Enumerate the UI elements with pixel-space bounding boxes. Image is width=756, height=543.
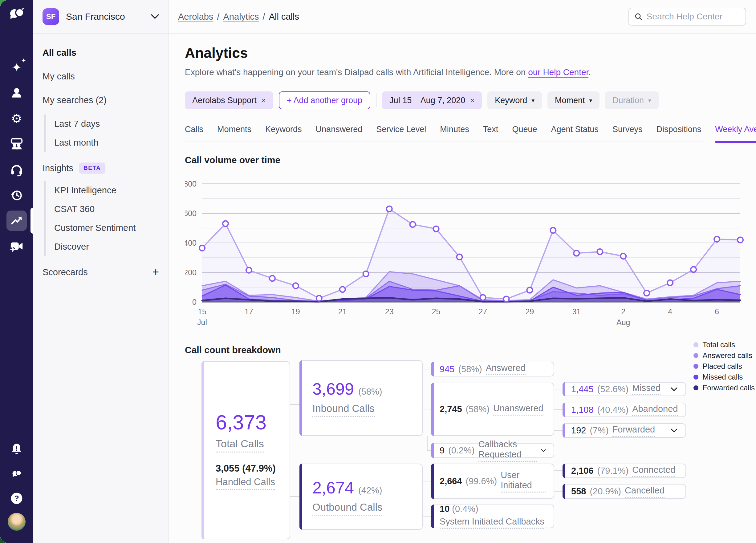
connected-chip[interactable]: 2,106 (79.1%) Connected (563, 464, 686, 478)
inbound-calls-card[interactable]: 3,699(58%) Inbound Calls (299, 360, 423, 436)
chevron-down-icon (151, 14, 159, 19)
card-accent (563, 382, 565, 396)
tab-queue[interactable]: Queue (512, 125, 537, 142)
sidebar-item-insights[interactable]: Insights BETA (43, 163, 159, 174)
sidebar-item-last-7-days[interactable]: Last 7 days (54, 115, 159, 133)
cancelled-chip[interactable]: 558 (20.9%) Cancelled (563, 484, 686, 499)
moment-filter-label: Moment (555, 96, 585, 105)
user-initiated-card[interactable]: 2,664 (99.6%) User Initiated (431, 464, 554, 499)
system-callbacks-label[interactable]: System Initiated Callbacks (440, 517, 544, 529)
callbacks-requested-chip[interactable]: 9 (0.2%) Callbacks Requested (431, 443, 554, 458)
help-icon[interactable]: ? (6, 488, 27, 509)
tab-surveys[interactable]: Surveys (612, 125, 643, 142)
missed-value: 1,445 (571, 384, 594, 394)
help-search[interactable] (628, 8, 746, 26)
tab-text[interactable]: Text (483, 125, 498, 142)
breadcrumb-analytics[interactable]: Analytics (223, 12, 259, 22)
help-center-link[interactable]: our Help Center (528, 67, 588, 77)
ai-sparkles-icon[interactable]: ✦✦ (6, 57, 27, 78)
answered-chip[interactable]: 945 (58%) Answered (431, 362, 554, 376)
callbacks-label[interactable]: Callbacks Requested (478, 439, 537, 462)
connected-label[interactable]: Connected (632, 465, 675, 477)
tab-minutes[interactable]: Minutes (440, 125, 469, 142)
notifications-bell-icon[interactable] (6, 439, 27, 459)
svg-text:21: 21 (338, 307, 347, 316)
sidebar-item-my-searches[interactable]: My searches (2) (43, 95, 159, 105)
cancelled-label[interactable]: Cancelled (625, 485, 665, 498)
sidebar-item-last-month[interactable]: Last month (54, 133, 159, 152)
dialpad-mini-logo-icon[interactable] (6, 464, 27, 484)
abandoned-label[interactable]: Abandoned (632, 404, 678, 416)
tab-weekly-averages[interactable]: Weekly Averages (715, 125, 756, 142)
cancelled-value: 558 (571, 486, 586, 496)
abandoned-pct: (40.4%) (597, 405, 629, 415)
sidebar-item-kpi-intelligence[interactable]: KPI Intelligence (54, 181, 159, 200)
tab-agent-status[interactable]: Agent Status (551, 125, 599, 142)
add-scorecard-button[interactable]: + (152, 267, 159, 277)
duration-filter-dropdown[interactable]: Duration ▾ (605, 91, 659, 109)
remove-date-filter-icon[interactable]: × (470, 96, 474, 105)
outbound-label[interactable]: Outbound Calls (312, 501, 382, 516)
contacts-icon[interactable] (6, 83, 27, 103)
missed-label[interactable]: Missed (632, 383, 660, 395)
inbound-pct: (58%) (358, 387, 382, 396)
svg-text:Aug: Aug (616, 318, 630, 326)
system-callbacks-card[interactable]: 10 (0.4%) System Initiated Callbacks (431, 504, 554, 528)
user-initiated-value: 2,664 (440, 476, 462, 486)
connector-line (290, 404, 299, 405)
history-icon[interactable] (6, 185, 27, 205)
connector-line (423, 369, 431, 369)
workspace-switcher[interactable]: SF San Francisco (33, 0, 168, 34)
analytics-icon[interactable] (6, 211, 27, 231)
call-volume-chart[interactable]: 0200400600800151719212325272931246JulAug (185, 172, 749, 329)
page-title: Analytics (185, 45, 591, 61)
user-initiated-label[interactable]: User Initiated (501, 470, 546, 492)
keyword-filter-dropdown[interactable]: Keyword ▾ (487, 91, 542, 109)
remove-group-filter-icon[interactable]: × (262, 96, 266, 105)
date-range-chip[interactable]: Jul 15 – Aug 7, 2020 × (382, 91, 482, 109)
caret-down-icon: ▾ (531, 97, 534, 104)
sidebar-item-my-calls[interactable]: My calls (43, 71, 159, 82)
tab-dispositions[interactable]: Dispositions (656, 125, 701, 142)
unanswered-card[interactable]: 2,745 (58%) Unanswered (431, 383, 554, 436)
add-group-button[interactable]: + Add another group (279, 91, 370, 109)
forwarded-label[interactable]: Forwarded (612, 424, 655, 437)
tab-calls[interactable]: Calls (185, 125, 203, 142)
inbound-label[interactable]: Inbound Calls (312, 403, 375, 417)
meetings-video-icon[interactable] (6, 236, 27, 257)
search-input[interactable] (647, 12, 740, 22)
sidebar-item-customer-sentiment[interactable]: Customer Sentiment (54, 219, 159, 237)
sidebar-item-discover[interactable]: Discover (54, 237, 159, 256)
chevron-down-icon[interactable] (541, 448, 546, 452)
svg-text:Jul: Jul (197, 318, 207, 326)
connected-value: 2,106 (571, 466, 594, 476)
tab-keywords[interactable]: Keywords (265, 125, 302, 142)
abandoned-chip[interactable]: 1,108 (40.4%) Abandoned (563, 403, 686, 417)
chevron-down-icon[interactable] (671, 428, 677, 432)
headset-support-icon[interactable] (6, 160, 27, 180)
forwarded-chip[interactable]: 192 (7%) Forwarded (563, 423, 686, 438)
unanswered-label[interactable]: Unanswered (493, 403, 543, 415)
group-filter-chip[interactable]: Aerolabs Support × (185, 91, 273, 109)
chevron-down-icon[interactable] (671, 387, 677, 391)
system-callbacks-pct: (0.4%) (452, 504, 478, 514)
connector-line (423, 516, 431, 517)
handled-calls-label[interactable]: Handled Calls (216, 476, 275, 490)
settings-gear-icon[interactable]: ⚙ (6, 108, 27, 129)
tab-unanswered[interactable]: Unanswered (316, 125, 363, 142)
total-calls-card[interactable]: 6,373 Total Calls 3,055 (47.9%) Handled … (201, 361, 290, 539)
outbound-calls-card[interactable]: 2,674(42%) Outbound Calls (299, 464, 423, 530)
breadcrumb-aerolabs[interactable]: Aerolabs (178, 12, 213, 22)
sidebar-item-all-calls[interactable]: All calls (43, 48, 159, 58)
sidebar-item-csat-360[interactable]: CSAT 360 (54, 200, 159, 219)
answered-label[interactable]: Answered (486, 363, 526, 375)
coaching-icon[interactable] (6, 134, 27, 154)
missed-chip[interactable]: 1,445 (52.6%) Missed (563, 382, 686, 396)
user-avatar[interactable] (8, 513, 26, 531)
duration-filter-label: Duration (612, 96, 644, 105)
tab-service-level[interactable]: Service Level (376, 125, 426, 142)
total-calls-label[interactable]: Total Calls (216, 438, 264, 452)
moment-filter-dropdown[interactable]: Moment ▾ (547, 91, 600, 109)
tab-moments[interactable]: Moments (217, 125, 251, 142)
sidebar-item-scorecards[interactable]: Scorecards (43, 267, 88, 277)
